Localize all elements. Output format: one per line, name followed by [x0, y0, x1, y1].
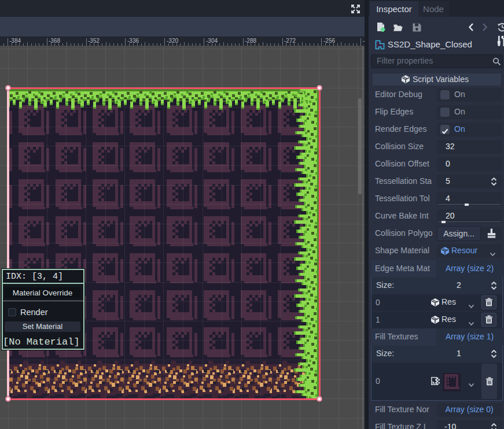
- svg-text:-288: -288: [245, 38, 256, 44]
- svg-text:-320: -320: [167, 38, 178, 44]
- svg-text:-368: -368: [49, 38, 60, 44]
- svg-text:-272: -272: [284, 38, 296, 44]
- svg-text:-384: -384: [9, 38, 21, 44]
- svg-text:-256: -256: [323, 38, 335, 44]
- svg-text:-336: -336: [127, 38, 139, 44]
- svg-text:-352: -352: [88, 38, 100, 44]
- svg-text:-304: -304: [206, 38, 218, 44]
